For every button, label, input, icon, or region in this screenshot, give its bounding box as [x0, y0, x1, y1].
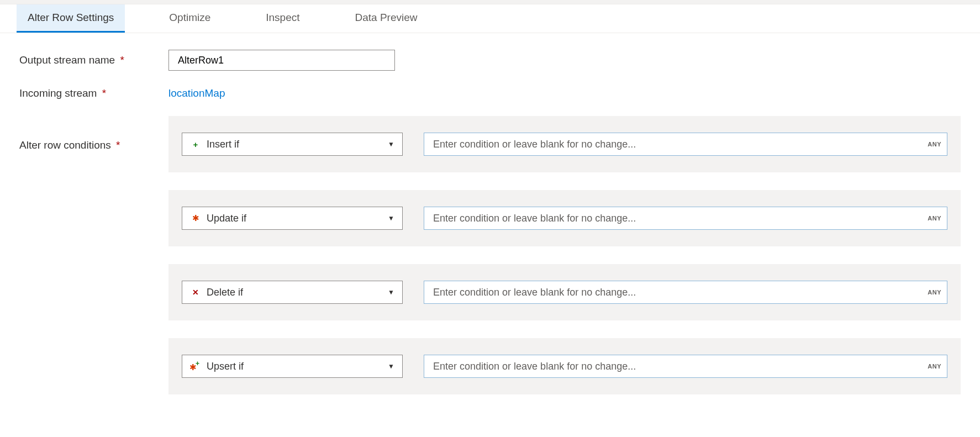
label-incoming-stream: Incoming stream * — [19, 87, 168, 99]
delete-condition-input[interactable] — [424, 281, 922, 303]
upsert-action-select[interactable]: ✱+ Upsert if ▼ — [182, 355, 403, 378]
label-output-stream-text: Output stream name — [19, 54, 115, 66]
settings-tabs: Alter Row Settings Optimize Inspect Data… — [0, 4, 980, 33]
chevron-down-icon: ▼ — [388, 362, 394, 370]
tab-optimize[interactable]: Optimize — [158, 4, 222, 33]
upsert-condition-input[interactable] — [424, 355, 922, 377]
tab-data-preview[interactable]: Data Preview — [344, 4, 429, 33]
required-asterisk: * — [116, 139, 120, 151]
top-strip — [0, 0, 980, 4]
update-condition-input[interactable] — [424, 207, 922, 229]
chevron-down-icon: ▼ — [388, 140, 394, 148]
asterisk-icon: ✱ — [190, 213, 201, 223]
chevron-down-icon: ▼ — [388, 214, 394, 222]
row-incoming-stream: Incoming stream * locationMap — [19, 87, 961, 99]
label-alter-conditions: Alter row conditions * — [19, 116, 168, 151]
upsert-action-label: Upsert if — [207, 361, 244, 372]
any-badge: ANY — [922, 215, 947, 222]
delete-action-label: Delete if — [207, 287, 243, 298]
value-incoming-stream: locationMap — [168, 87, 961, 99]
tab-alter-row-settings[interactable]: Alter Row Settings — [17, 4, 125, 33]
row-alter-conditions: Alter row conditions * + Insert if ▼ ANY — [19, 116, 961, 394]
chevron-down-icon: ▼ — [388, 288, 394, 296]
insert-action-label: Insert if — [207, 139, 239, 150]
any-badge: ANY — [922, 363, 947, 370]
label-alter-conditions-text: Alter row conditions — [19, 139, 111, 151]
insert-action-select[interactable]: + Insert if ▼ — [182, 133, 403, 156]
condition-row-update: ✱ Update if ▼ ANY — [168, 190, 961, 246]
x-icon: ✕ — [190, 288, 201, 297]
value-output-stream — [168, 50, 961, 71]
upsert-condition-field[interactable]: ANY — [424, 355, 947, 378]
upsert-icon: ✱+ — [190, 361, 201, 371]
update-action-label: Update if — [207, 213, 246, 224]
label-output-stream: Output stream name * — [19, 54, 168, 66]
insert-condition-input[interactable] — [424, 133, 922, 155]
update-condition-field[interactable]: ANY — [424, 207, 947, 230]
required-asterisk: * — [120, 54, 124, 66]
tab-inspect[interactable]: Inspect — [255, 4, 310, 33]
condition-row-upsert: ✱+ Upsert if ▼ ANY — [168, 338, 961, 394]
any-badge: ANY — [922, 141, 947, 148]
label-incoming-stream-text: Incoming stream — [19, 87, 97, 99]
delete-condition-field[interactable]: ANY — [424, 281, 947, 304]
delete-action-select[interactable]: ✕ Delete if ▼ — [182, 281, 403, 304]
conditions-list: + Insert if ▼ ANY ✱ Update if ▼ — [168, 116, 961, 394]
insert-condition-field[interactable]: ANY — [424, 133, 947, 156]
condition-row-insert: + Insert if ▼ ANY — [168, 116, 961, 172]
plus-icon: + — [190, 140, 201, 149]
output-stream-input[interactable] — [168, 50, 395, 71]
row-output-stream: Output stream name * — [19, 50, 961, 71]
any-badge: ANY — [922, 289, 947, 296]
required-asterisk: * — [102, 87, 106, 99]
update-action-select[interactable]: ✱ Update if ▼ — [182, 207, 403, 230]
settings-panel: Output stream name * Incoming stream * l… — [0, 33, 980, 428]
incoming-stream-link[interactable]: locationMap — [168, 87, 225, 99]
condition-row-delete: ✕ Delete if ▼ ANY — [168, 264, 961, 320]
